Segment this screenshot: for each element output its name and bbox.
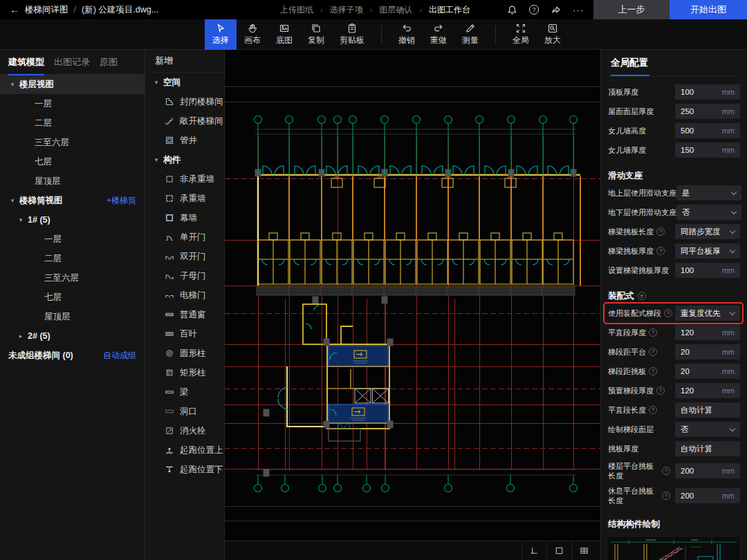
step-select-subitem[interactable]: 选择子项 [330, 4, 363, 16]
number-input[interactable]: 120mm [675, 383, 740, 398]
select-input[interactable]: 否 [675, 422, 740, 437]
more-icon[interactable]: ··· [573, 5, 584, 15]
palette-item-run-start-down[interactable]: 起跑位置下 [145, 460, 224, 479]
step-plot-workbench[interactable]: 出图工作台 [429, 4, 470, 16]
fit-view-tool[interactable]: 全局 [505, 19, 537, 50]
underlay-tool[interactable]: 底图 [268, 19, 300, 50]
palette-item-pipe-shaft[interactable]: 管井 [145, 131, 224, 150]
help-icon[interactable]: ? [649, 328, 657, 337]
pan-canvas-tool[interactable]: 画布 [237, 19, 268, 50]
sidebar-item-floor-1[interactable]: 一层 [0, 94, 145, 113]
palette-item-elevator-door[interactable]: 电梯门 [145, 286, 224, 305]
palette-item-window[interactable]: 普通窗 [145, 305, 224, 324]
chevron-down-icon[interactable]: ▾ [17, 216, 25, 223]
number-input[interactable]: 150mm [675, 142, 740, 158]
palette-item-curtain-wall[interactable]: 幕墙 [145, 208, 224, 227]
palette-item-round-column[interactable]: 圆形柱 [145, 344, 224, 363]
number-input[interactable]: 250mm [675, 104, 740, 119]
drawing-canvas[interactable] [225, 50, 600, 560]
chevron-down-icon[interactable]: ▾ [8, 81, 17, 88]
help-icon[interactable]: ? [656, 386, 665, 395]
select-input[interactable]: 否 [676, 205, 741, 220]
previous-step-button[interactable]: 上一步 [593, 0, 670, 19]
help-icon[interactable]: ? [529, 5, 539, 15]
sidebar-item-shaft-1[interactable]: ▾ 1# (5) [0, 210, 145, 230]
auto-group-link[interactable]: 自动成组 [103, 350, 136, 362]
clipboard-tool[interactable]: 剪贴板 [332, 19, 372, 50]
palette-item-rect-column[interactable]: 矩形柱 [145, 363, 224, 382]
number-input[interactable]: 120mm [675, 325, 740, 340]
step-upload-drawing[interactable]: 上传图纸 [280, 4, 313, 16]
help-icon[interactable]: ? [638, 292, 646, 300]
help-icon[interactable]: ? [649, 406, 657, 414]
readonly-input[interactable]: 自动计算 [675, 441, 740, 456]
cad-floor-plan[interactable] [225, 50, 600, 541]
palette-item-bearing-wall[interactable]: 承重墙 [145, 189, 224, 208]
sidebar-item-shaft1-floor-1[interactable]: 一层 [0, 230, 145, 249]
add-stair-shaft-link[interactable]: +楼梯筒 [107, 195, 136, 207]
palette-item-single-door[interactable]: 单开门 [145, 227, 224, 247]
frame-icon[interactable] [546, 541, 571, 560]
help-icon[interactable]: ? [656, 247, 665, 255]
number-input[interactable]: 100mm [675, 263, 740, 278]
number-input[interactable]: 500mm [675, 123, 740, 138]
palette-item-closed-stairwell[interactable]: 封闭楼梯间 [145, 92, 224, 111]
sidebar-item-shaft1-floor-2[interactable]: 二层 [0, 249, 145, 268]
palette-item-beam[interactable]: 梁 [145, 382, 224, 402]
section-space[interactable]: ▾ 空间 [145, 73, 224, 92]
section-components[interactable]: ▾ 构件 [145, 150, 224, 169]
sidebar-item-shaft-2[interactable]: ▸ 2# (5) [0, 326, 145, 346]
tab-building-model[interactable]: 建筑模型 [8, 56, 44, 68]
redo-tool[interactable]: 重做 [423, 19, 454, 50]
readonly-input[interactable]: 自动计算 [675, 402, 740, 418]
zoom-in-tool[interactable]: 放大 [537, 19, 569, 50]
number-input[interactable]: 200mm [675, 488, 740, 503]
copy-tool[interactable]: 复制 [300, 19, 332, 50]
chevron-down-icon[interactable]: ▾ [152, 79, 160, 86]
undo-tool[interactable]: 撤销 [391, 19, 423, 50]
palette-item-run-start-up[interactable]: 起跑位置上 [145, 440, 224, 460]
sidebar-item-stair-shaft-views[interactable]: ▾ 楼梯筒视图 +楼梯筒 [0, 191, 145, 210]
measure-tool[interactable]: 测量 [454, 19, 486, 50]
chevron-down-icon[interactable]: ▾ [8, 197, 17, 204]
share-icon[interactable] [551, 5, 561, 15]
axis-icon[interactable] [522, 541, 546, 560]
start-plot-button[interactable]: 开始出图 [670, 0, 747, 19]
help-icon[interactable]: ? [649, 348, 657, 356]
select-input[interactable]: 是 [676, 185, 741, 200]
select-tool[interactable]: 选择 [205, 19, 237, 50]
number-input[interactable]: 20mm [675, 364, 740, 379]
chevron-down-icon[interactable]: ▾ [152, 156, 160, 163]
number-input[interactable]: 20mm [675, 344, 740, 360]
sidebar-item-ungrouped[interactable]: 未成组楼梯间 (0) 自动成组 [0, 346, 145, 365]
sidebar-item-shaft1-roof[interactable]: 屋顶层 [0, 307, 145, 326]
help-icon[interactable]: ? [662, 467, 670, 475]
chevron-right-icon[interactable]: ▸ [17, 333, 25, 339]
palette-item-non-bearing-wall[interactable]: 非承重墙 [145, 169, 224, 189]
step-layer-confirm[interactable]: 图层确认 [379, 4, 412, 16]
help-icon[interactable]: ? [649, 367, 657, 375]
number-input[interactable]: 200mm [675, 463, 740, 478]
tab-original-drawing[interactable]: 原图 [100, 56, 118, 68]
select-input[interactable]: 同平台板厚 [675, 243, 740, 259]
sidebar-item-shaft1-floor-7[interactable]: 七层 [0, 288, 145, 307]
number-input[interactable]: 100mm [675, 84, 740, 100]
palette-item-louver[interactable]: 百叶 [145, 324, 224, 344]
help-icon[interactable]: ? [656, 227, 665, 236]
palette-item-hydrant[interactable]: 消火栓 [145, 421, 224, 440]
sidebar-item-shaft1-floor-3-6[interactable]: 三至六层 [0, 268, 145, 288]
palette-item-open-stairwell[interactable]: 敞开楼梯间 [145, 111, 224, 131]
palette-item-unequal-door[interactable]: 子母门 [145, 266, 224, 286]
select-input[interactable]: 重复度优先 [675, 306, 740, 321]
table-icon[interactable] [571, 541, 596, 560]
help-icon[interactable]: ? [662, 492, 670, 500]
select-input[interactable]: 同踏步宽度 [675, 224, 740, 239]
tab-plot-history[interactable]: 出图记录 [54, 56, 90, 68]
sidebar-item-floor-2[interactable]: 二层 [0, 113, 145, 133]
back-arrow-icon[interactable]: ← [10, 4, 19, 15]
help-icon[interactable]: ? [664, 309, 672, 317]
sidebar-item-floor-3-6[interactable]: 三至六层 [0, 133, 145, 152]
bell-icon[interactable] [507, 5, 517, 15]
sidebar-item-roof[interactable]: 屋顶层 [0, 171, 145, 191]
palette-item-double-door[interactable]: 双开门 [145, 247, 224, 266]
